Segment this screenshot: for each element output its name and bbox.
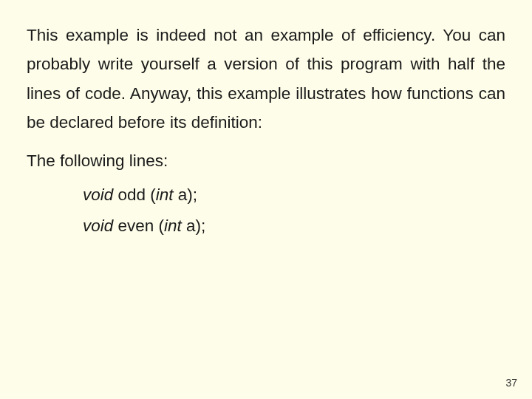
code-text: a); bbox=[174, 185, 198, 204]
body-paragraph-1: This example is indeed not an example of… bbox=[27, 21, 505, 137]
code-line-odd: void odd (int a); bbox=[83, 182, 505, 208]
code-text: even ( bbox=[113, 216, 164, 235]
keyword-void: void bbox=[83, 185, 113, 204]
body-paragraph-2: The following lines: bbox=[27, 148, 505, 174]
keyword-void: void bbox=[83, 216, 113, 235]
code-text: a); bbox=[182, 216, 206, 235]
code-line-even: void even (int a); bbox=[83, 213, 505, 239]
keyword-int: int bbox=[156, 185, 174, 204]
keyword-int: int bbox=[164, 216, 182, 235]
slide: This example is indeed not an example of… bbox=[0, 0, 532, 399]
code-text: odd ( bbox=[113, 185, 156, 204]
page-number: 37 bbox=[505, 377, 517, 389]
